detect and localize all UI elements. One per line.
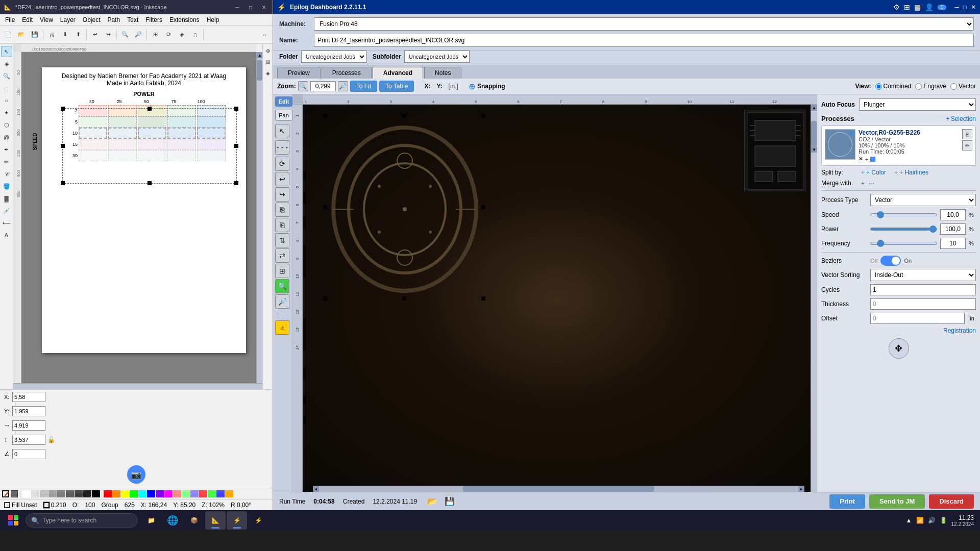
speed-slider[interactable] [870, 213, 937, 216]
swatch-gray3[interactable] [57, 490, 65, 497]
sel-handle-bm[interactable] [148, 181, 152, 185]
tool-pencil[interactable]: ✏ [1, 156, 12, 167]
taskbar-store[interactable]: 📦 [184, 511, 204, 530]
to-table-button[interactable]: To Table [379, 81, 414, 92]
folder-select[interactable]: Uncategorized Jobs [301, 51, 366, 63]
menu-help[interactable]: Help [204, 15, 223, 24]
offset-input[interactable] [870, 313, 965, 324]
inkscape-canvas-viewport[interactable]: Designed by Nadieh Bremer for Fab Academ… [21, 52, 256, 383]
edit-button[interactable]: Edit [275, 96, 292, 107]
swatch-gray4[interactable] [66, 490, 74, 497]
canvas-scroll-h[interactable]: ◂ ▸ [313, 486, 804, 492]
taskbar-file-explorer[interactable]: 📁 [141, 511, 161, 530]
taskbar-inkscape-app[interactable]: 📐 [205, 511, 226, 530]
taskbar-edge[interactable]: 🌐 [162, 511, 183, 530]
tool-3d[interactable]: ⬡ [1, 119, 12, 131]
sel-h-br[interactable] [481, 296, 485, 300]
sel-h-bm[interactable] [402, 296, 406, 300]
swatch-lightblue[interactable] [190, 490, 199, 497]
tb-zoom-out[interactable]: 🔎 [132, 29, 144, 41]
network-icon[interactable]: ⊞ [904, 3, 910, 11]
fill-none-swatch[interactable] [2, 490, 9, 497]
swatch-orange[interactable] [112, 490, 120, 497]
frequency-slider[interactable] [870, 242, 937, 245]
swatch-green[interactable] [130, 490, 138, 497]
discard-button[interactable]: Discard [929, 494, 974, 509]
zoom-in-btn[interactable]: 🔎 [338, 81, 348, 91]
view-vector[interactable]: Vector [950, 83, 976, 90]
subfolder-select[interactable]: Uncategorized Jobs [404, 51, 470, 63]
view-engrave-radio[interactable] [915, 83, 922, 90]
swatch-lightgray[interactable] [31, 490, 39, 497]
merge-dots-btn[interactable]: ··· [868, 179, 874, 187]
scroll-thumb-v[interactable] [811, 121, 817, 146]
swatch-gray1[interactable] [40, 490, 48, 497]
snapping-icon[interactable]: ⊕ [469, 82, 475, 91]
tool-star[interactable]: ✦ [1, 107, 12, 118]
swatch-cyan[interactable] [138, 490, 146, 497]
scroll-left[interactable]: ◂ [313, 486, 319, 492]
tray-clock[interactable]: 11.23 12.2.2024 [951, 514, 974, 527]
undo-tool[interactable]: ↩ [275, 172, 289, 186]
tool-node[interactable]: ◈ [1, 58, 12, 69]
power-value-input[interactable] [940, 223, 966, 235]
auto-focus-select[interactable]: Plunger [859, 98, 976, 111]
taskbar-search[interactable]: 🔍 Type here to search [26, 513, 138, 528]
frequency-value-input[interactable] [940, 238, 966, 249]
tb-nodes[interactable]: ◈ [176, 29, 188, 41]
inkscape-minimize[interactable]: ─ [233, 3, 242, 12]
edit-process-btn[interactable]: ✏ [962, 140, 972, 151]
swatch-lightgreen[interactable] [182, 490, 190, 497]
inkscape-drawing-area[interactable]: Designed by Nadieh Bremer for Fab Academ… [42, 67, 246, 353]
flip-h-tool[interactable]: ⇄ [275, 248, 289, 263]
swatch-green2[interactable] [208, 490, 216, 497]
tb-new[interactable]: 📄 [2, 29, 14, 41]
tool-connector[interactable]: ⟵ [1, 217, 12, 229]
more-tools[interactable]: ⋮ [275, 310, 290, 319]
sel-handle-br[interactable] [234, 181, 238, 185]
notifications-badge[interactable]: 0 [938, 5, 947, 10]
dash-tool[interactable]: - - - [275, 140, 289, 155]
scroll-thumb[interactable] [257, 60, 262, 81]
zoom-out-tool[interactable]: 🔎 [275, 294, 289, 309]
y-input[interactable] [12, 406, 45, 416]
swatch-blue2[interactable] [216, 490, 225, 497]
w-input[interactable] [12, 420, 45, 431]
copy-process-btn[interactable]: ⎘ [962, 129, 972, 139]
flip-v-tool[interactable]: ⇅ [275, 233, 289, 247]
beziers-toggle[interactable] [880, 256, 901, 266]
zoom-out-btn[interactable]: 🔍 [298, 81, 308, 91]
gear-icon[interactable]: ⚙ [893, 3, 900, 11]
view-combined-radio[interactable] [875, 83, 882, 90]
swatch-black[interactable] [92, 490, 100, 497]
tb-symbols[interactable]: ⎍ [189, 29, 201, 41]
chart-icon[interactable]: ▦ [914, 3, 921, 11]
tool-ellipse[interactable]: ○ [1, 95, 12, 106]
angle-input[interactable] [12, 449, 45, 459]
thickness-input[interactable] [870, 298, 976, 310]
save-folder-btn[interactable]: 💾 [443, 494, 457, 509]
epilog-scrollbar-v[interactable]: ▲ ▼ [811, 105, 817, 492]
swatch-red[interactable] [104, 490, 112, 497]
snap-nodes[interactable]: ◈ [262, 67, 273, 79]
laser-preview-canvas[interactable]: ◂ ▸ [303, 105, 811, 492]
tab-advanced[interactable]: Advanced [373, 67, 423, 79]
snap-grid[interactable]: ⊞ [262, 56, 273, 67]
paste-tool[interactable]: ⎗ [275, 218, 289, 232]
tab-processes[interactable]: Processes [322, 67, 372, 79]
tb-align[interactable]: ⊞ [149, 29, 161, 41]
tb-save[interactable]: 💾 [29, 29, 41, 41]
swatch-yellow[interactable] [121, 490, 129, 497]
scroll-down-arrow[interactable]: ▼ [811, 146, 817, 153]
tool-calligraphy[interactable]: 𝒞 [1, 168, 12, 180]
tb-zoom-in[interactable]: 🔍 [119, 29, 131, 41]
split-hairlines-btn[interactable]: + + Hairlines [894, 169, 928, 176]
swatch-white[interactable] [22, 490, 31, 497]
tool-bucket[interactable]: 🪣 [1, 181, 12, 192]
tool-eyedropper[interactable]: 💉 [1, 205, 12, 216]
taskbar-epilog-app[interactable]: ⚡ [227, 511, 247, 530]
snap-btn[interactable]: ⊕ [262, 45, 273, 56]
sel-handle-ml[interactable] [61, 144, 65, 148]
scroll-up-arrow[interactable]: ▲ [811, 105, 817, 111]
sel-handle-tl[interactable] [61, 107, 65, 111]
